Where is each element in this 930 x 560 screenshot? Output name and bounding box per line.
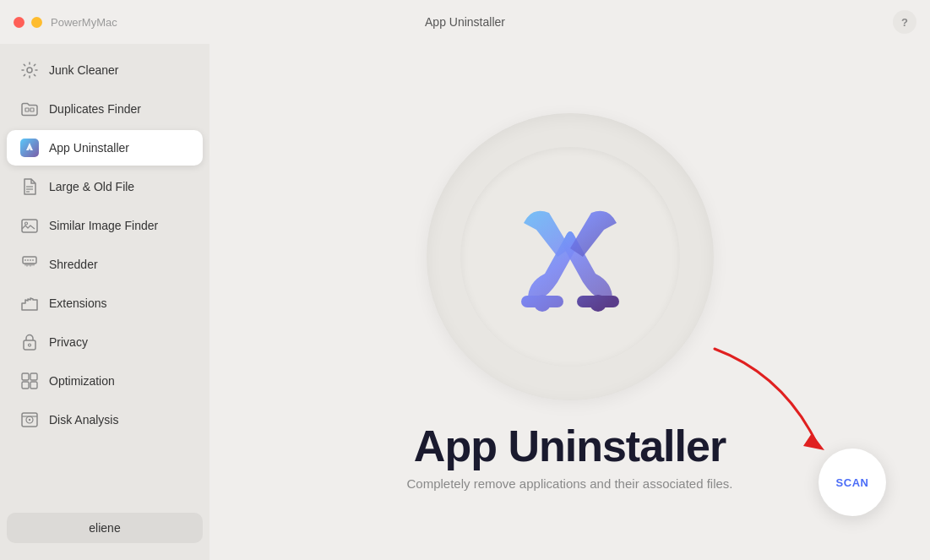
center-card: App Uninstaller Completely remove applic… (406, 113, 732, 491)
user-button[interactable]: eliene (7, 513, 203, 543)
sidebar-item-label: Disk Analysis (49, 413, 118, 427)
disk-icon (20, 410, 39, 429)
sidebar-item-label: Junk Cleaner (49, 63, 119, 77)
close-button[interactable] (14, 17, 24, 28)
file-icon (20, 177, 39, 196)
svg-rect-9 (23, 257, 36, 264)
svg-rect-18 (22, 382, 29, 389)
main-layout: Junk Cleaner Duplicates Finder (0, 44, 930, 560)
sidebar-item-label: Privacy (49, 335, 88, 349)
image-icon (20, 216, 39, 235)
lock-icon (20, 333, 39, 351)
sidebar-item-similar-image-finder[interactable]: Similar Image Finder (7, 208, 203, 243)
titlebar-right: ? (893, 10, 916, 34)
sidebar-item-privacy[interactable]: Privacy (7, 324, 203, 360)
svg-point-0 (27, 68, 32, 73)
window-title: App Uninstaller (425, 15, 505, 29)
app-uninstaller-icon (20, 139, 39, 157)
svg-marker-28 (803, 433, 824, 450)
sidebar: Junk Cleaner Duplicates Finder (0, 44, 209, 560)
sidebar-item-label: Similar Image Finder (49, 219, 158, 232)
app-name: PowerMyMac (51, 16, 117, 29)
svg-rect-26 (521, 296, 563, 307)
svg-rect-27 (577, 296, 619, 307)
sidebar-item-optimization[interactable]: Optimization (7, 363, 203, 399)
svg-point-8 (25, 222, 28, 225)
sidebar-item-label: Duplicates Finder (49, 102, 141, 116)
sidebar-item-disk-analysis[interactable]: Disk Analysis (7, 402, 203, 438)
scan-button-container: SCAN (819, 449, 886, 516)
sidebar-item-shredder[interactable]: Shredder (7, 247, 203, 282)
sidebar-item-app-uninstaller[interactable]: App Uninstaller (7, 130, 203, 166)
scan-button[interactable]: SCAN (819, 449, 886, 516)
optimization-icon (20, 372, 39, 390)
extensions-icon (20, 294, 39, 313)
gear-icon (20, 61, 39, 79)
svg-rect-16 (22, 373, 29, 380)
app-title: App Uninstaller (414, 421, 726, 471)
sidebar-item-label: Shredder (49, 258, 98, 271)
icon-circle-outer (427, 113, 714, 400)
sidebar-item-large-old-file[interactable]: Large & Old File (7, 169, 203, 204)
sidebar-item-extensions[interactable]: Extensions (7, 285, 203, 321)
shredder-icon (20, 255, 39, 274)
sidebar-item-label: Large & Old File (49, 180, 134, 193)
titlebar: PowerMyMac App Uninstaller ? (0, 0, 930, 44)
help-button[interactable]: ? (893, 10, 916, 34)
main-app-icon (503, 189, 638, 324)
sidebar-item-label: Extensions (49, 296, 106, 310)
app-subtitle: Completely remove applications and their… (406, 476, 732, 491)
content-wrapper: App Uninstaller Completely remove applic… (209, 44, 930, 560)
content-area: App Uninstaller Completely remove applic… (209, 44, 930, 560)
traffic-lights (14, 17, 42, 28)
sidebar-item-label: App Uninstaller (49, 141, 129, 155)
sidebar-footer: eliene (0, 506, 209, 553)
minimize-button[interactable] (31, 17, 42, 28)
icon-circle-inner (460, 147, 680, 367)
svg-point-22 (29, 419, 30, 421)
svg-rect-19 (30, 382, 37, 389)
svg-point-15 (29, 344, 31, 346)
svg-rect-14 (24, 340, 35, 350)
sidebar-item-label: Optimization (49, 374, 115, 388)
svg-rect-17 (30, 373, 37, 380)
